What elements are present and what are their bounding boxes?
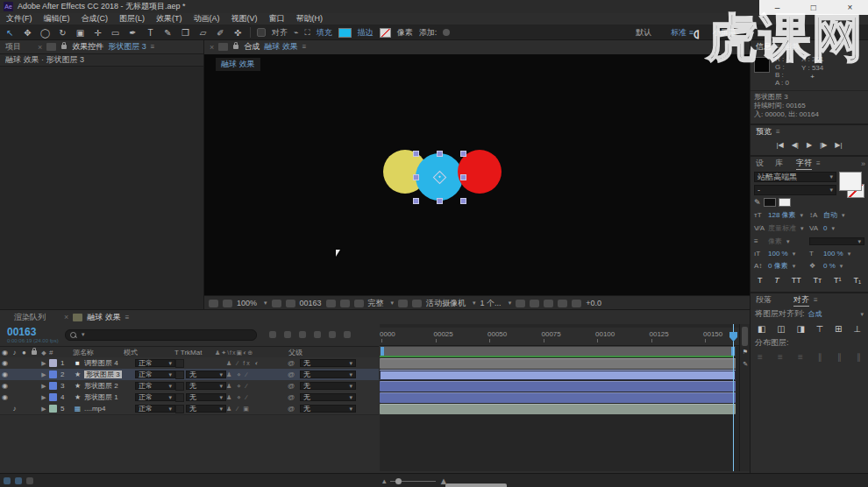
align-right-button[interactable]: ◨	[796, 324, 804, 334]
fill-swatch[interactable]	[338, 28, 352, 38]
layer-row[interactable]: ◉▶4★形状图层 1正常▾无▾♟ ⋄ ∕@无▾	[0, 392, 379, 404]
twirl-arrow-icon[interactable]: ▶	[39, 371, 49, 378]
show-channel-icon[interactable]	[354, 300, 364, 307]
parent-pickwhip-icon[interactable]: @	[288, 382, 300, 390]
magnification-dropdown[interactable]: 100%	[237, 299, 257, 307]
menu-item[interactable]: 窗口	[269, 13, 285, 25]
layer-name[interactable]: ....mp4	[84, 405, 135, 413]
distribute-center-v-button[interactable]: ≡	[778, 352, 783, 362]
label-color-chip[interactable]	[49, 371, 60, 378]
panel-menu-icon[interactable]: ≡	[776, 128, 780, 136]
selection-handle[interactable]	[460, 174, 466, 180]
layer-switches[interactable]: ♟ ∕ ▣	[226, 406, 288, 413]
trkmat-dropdown[interactable]: 无▾	[186, 393, 226, 401]
source-name-column[interactable]: 源名称	[73, 348, 124, 357]
distribute-left-button[interactable]: ∥	[818, 352, 822, 362]
eye-toggle[interactable]: ◉	[0, 393, 10, 401]
first-frame-button[interactable]: |◀	[776, 141, 783, 149]
faux-style-button[interactable]: T	[758, 276, 763, 285]
align-to-dropdown[interactable]: 合成	[808, 309, 822, 319]
grid-guides-icon[interactable]	[272, 300, 281, 307]
tab-composition[interactable]: 合成	[244, 41, 260, 53]
blend-mode-dropdown[interactable]: 正常▾	[135, 371, 175, 378]
align-left-button[interactable]: ◧	[758, 324, 765, 334]
menu-item[interactable]: 动画(A)	[194, 13, 220, 25]
eraser-tool-icon[interactable]: ▱	[197, 28, 209, 38]
eye-toggle[interactable]: ◉	[0, 359, 10, 367]
panel-menu-icon[interactable]: ≡	[776, 43, 780, 51]
black-swatch[interactable]	[764, 198, 776, 207]
selection-handle[interactable]	[413, 174, 419, 180]
text-fill-swatch[interactable]	[839, 172, 862, 191]
panel-menu-icon[interactable]: ≡	[816, 159, 821, 167]
trkmat-dropdown[interactable]: 无▾	[186, 371, 226, 378]
comp-marker-icon[interactable]: ⚑	[743, 349, 748, 356]
rotation-tool-icon[interactable]: ↻	[57, 28, 68, 38]
pixel-aspect-icon[interactable]	[516, 300, 525, 307]
hand-tool-icon[interactable]: ✥	[22, 28, 33, 38]
camera-tool-icon[interactable]: ▣	[75, 28, 86, 38]
previous-frame-button[interactable]: ◀|	[792, 141, 799, 149]
timeline-tracks[interactable]: 0000000250005000075001000012500150	[380, 324, 739, 471]
time-ruler[interactable]: 0000000250005000075001000012500150	[380, 328, 739, 346]
layer-duration-bar[interactable]	[380, 370, 736, 380]
layer-name[interactable]: 形状图层 3	[84, 370, 135, 379]
tsume-value[interactable]: 0 %	[823, 262, 836, 270]
layer-row[interactable]: ♪▶5▦....mp4正常▾无▾♟ ∕ ▣@无▾	[0, 403, 379, 415]
trkmat-dropdown[interactable]: 无▾	[186, 405, 226, 413]
layer-duration-bar[interactable]	[380, 358, 736, 369]
pen-tool-icon[interactable]: ✒	[127, 28, 139, 38]
eye-toggle[interactable]: ◉	[0, 371, 10, 378]
distribute-center-h-button[interactable]: ∥	[837, 352, 842, 362]
trkmat-column[interactable]: T TrkMat	[174, 349, 215, 356]
reset-exposure-icon[interactable]	[572, 300, 581, 307]
tab-libraries[interactable]: 库	[775, 158, 783, 169]
type-tool-icon[interactable]: T	[145, 28, 156, 38]
shape-tool-icon[interactable]: ▭	[110, 28, 121, 38]
more-tabs-icon[interactable]: »	[861, 159, 865, 168]
selection-handle[interactable]	[413, 151, 419, 157]
twirl-arrow-icon[interactable]: ▶	[39, 360, 49, 367]
align-bottom-button[interactable]: ⊥	[853, 324, 861, 334]
switch-box[interactable]	[175, 393, 186, 402]
white-swatch[interactable]	[779, 198, 791, 207]
layer-switches[interactable]: ♟ ⋄ ∕	[226, 383, 288, 390]
expand-transfer-controls-icon[interactable]	[4, 477, 11, 484]
layer-name[interactable]: 调整图层 4	[84, 358, 135, 368]
expand-render-time-icon[interactable]	[26, 477, 33, 484]
flowchart-icon[interactable]	[558, 300, 567, 307]
close-tab-icon[interactable]: ×	[38, 43, 42, 52]
panel-menu-icon[interactable]: ≡	[814, 296, 818, 304]
roto-brush-tool-icon[interactable]: ✐	[215, 28, 226, 38]
distribute-bottom-button[interactable]: ≡	[798, 352, 803, 362]
label-color-chip[interactable]	[49, 405, 60, 413]
comp-mini-flowchart-icon[interactable]	[269, 331, 276, 338]
viewer-target-subtab[interactable]: 融球 效果	[216, 58, 260, 71]
selection-handle[interactable]	[437, 198, 443, 204]
draft-3d-icon[interactable]	[284, 331, 291, 338]
mode-column[interactable]: 模式	[124, 348, 164, 357]
current-time-display[interactable]: 00163	[7, 326, 65, 338]
layer-name[interactable]: 形状图层 2	[84, 381, 135, 391]
trkmat-dropdown[interactable]: 无▾	[186, 382, 226, 390]
faux-style-button[interactable]: T₁	[853, 276, 861, 285]
menu-item[interactable]: 帮助(H)	[296, 13, 324, 25]
transparency-grid-icon[interactable]	[412, 300, 422, 307]
label-color-chip[interactable]	[49, 393, 60, 401]
panel-menu-icon[interactable]: ≡	[302, 43, 307, 51]
parent-column[interactable]: 父级	[288, 348, 345, 357]
fill-label[interactable]: 填充	[317, 27, 332, 39]
crosshair-icon[interactable]: ⛶	[304, 28, 309, 38]
kerning-value[interactable]: 度量标准	[768, 223, 796, 233]
eye-toggle[interactable]: ◉	[0, 382, 10, 390]
graph-editor-icon[interactable]	[344, 331, 351, 338]
parent-dropdown[interactable]: 无▾	[300, 359, 356, 367]
blend-mode-dropdown[interactable]: 正常▾	[135, 382, 175, 390]
switch-box[interactable]	[175, 382, 186, 391]
menu-item[interactable]: 合成(C)	[82, 13, 109, 25]
minimize-button[interactable]: –	[775, 3, 780, 12]
tab-project[interactable]: 项目	[5, 41, 21, 53]
mask-toggle-icon[interactable]	[286, 300, 295, 307]
distribute-right-button[interactable]: ∥	[857, 352, 861, 362]
close-tab-icon[interactable]: ×	[64, 313, 68, 321]
